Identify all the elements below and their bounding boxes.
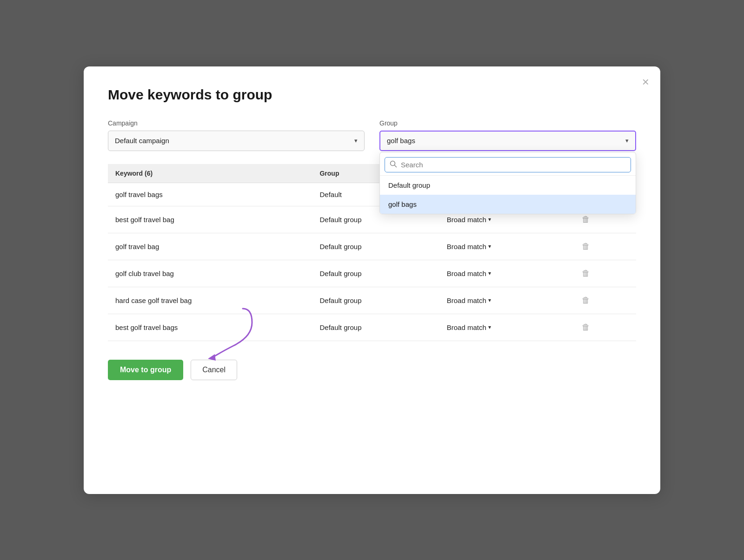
delete-button[interactable]: 🗑 [579, 214, 593, 225]
match-dropdown[interactable]: Broad match ▾ [447, 243, 491, 250]
keyword-cell: hard case golf travel bag [108, 287, 312, 314]
delete-button[interactable]: 🗑 [579, 322, 593, 333]
table-row: best golf travel bagsDefault groupBroad … [108, 314, 636, 341]
match-dropdown[interactable]: Broad match ▾ [447, 270, 491, 277]
campaign-select[interactable]: Default campaign ▾ [108, 131, 365, 151]
group-field: Group golf bags ▾ [379, 119, 636, 151]
delete-button[interactable]: 🗑 [579, 241, 593, 252]
keyword-cell: golf club travel bag [108, 260, 312, 287]
match-dropdown[interactable]: Broad match ▾ [447, 296, 491, 304]
cancel-button[interactable]: Cancel [191, 360, 237, 380]
match-chevron-icon: ▾ [488, 270, 491, 277]
col-keyword: Keyword (6) [108, 164, 312, 183]
dropdown-search-wrap [380, 152, 636, 176]
campaign-chevron-icon: ▾ [354, 137, 358, 144]
group-select[interactable]: golf bags ▾ [379, 131, 636, 151]
match-chevron-icon: ▾ [488, 243, 491, 250]
group-value: golf bags [387, 137, 415, 145]
keyword-cell: golf travel bags [108, 183, 312, 206]
table-row: hard case golf travel bagDefault groupBr… [108, 287, 636, 314]
delete-button[interactable]: 🗑 [579, 268, 593, 279]
delete-button[interactable]: 🗑 [579, 295, 593, 306]
dropdown-option-golf-bags[interactable]: golf bags [380, 195, 636, 214]
close-button[interactable]: × [642, 76, 649, 88]
campaign-field: Campaign Default campaign ▾ [108, 119, 365, 151]
match-type-cell: Broad match ▾ [439, 260, 571, 287]
match-chevron-icon: ▾ [488, 324, 491, 330]
modal-footer: Move to group Cancel [108, 360, 636, 380]
svg-line-1 [395, 165, 397, 167]
match-type-cell: Broad match ▾ [439, 287, 571, 314]
campaign-label: Campaign [108, 119, 365, 127]
search-icon [390, 160, 397, 169]
group-cell: Default group [312, 314, 439, 341]
match-chevron-icon: ▾ [488, 216, 491, 223]
table-row: golf travel bagDefault groupBroad match … [108, 233, 636, 260]
match-type-cell: Broad match ▾ [439, 314, 571, 341]
group-chevron-icon: ▾ [625, 137, 629, 144]
group-dropdown: Default group golf bags [379, 152, 636, 214]
delete-cell: 🗑 [571, 233, 636, 260]
dropdown-option-default[interactable]: Default group [380, 176, 636, 195]
group-label: Group [379, 119, 636, 127]
modal-dialog: × Move keywords to group Campaign Defaul… [84, 66, 660, 494]
modal-title: Move keywords to group [108, 87, 636, 103]
match-dropdown[interactable]: Broad match ▾ [447, 216, 491, 224]
move-to-group-button[interactable]: Move to group [108, 360, 183, 380]
table-row: golf club travel bagDefault groupBroad m… [108, 260, 636, 287]
delete-cell: 🗑 [571, 260, 636, 287]
dropdown-search-box [385, 157, 631, 172]
keyword-cell: best golf travel bag [108, 206, 312, 233]
campaign-value: Default campaign [115, 137, 169, 145]
match-type-cell: Broad match ▾ [439, 233, 571, 260]
delete-cell: 🗑 [571, 314, 636, 341]
group-cell: Default group [312, 287, 439, 314]
group-cell: Default group [312, 260, 439, 287]
keyword-cell: golf travel bag [108, 233, 312, 260]
modal-overlay: × Move keywords to group Campaign Defaul… [0, 0, 744, 560]
match-chevron-icon: ▾ [488, 297, 491, 303]
search-input[interactable] [401, 161, 626, 169]
group-cell: Default group [312, 233, 439, 260]
match-dropdown[interactable]: Broad match ▾ [447, 323, 491, 331]
fields-row: Campaign Default campaign ▾ Group golf b… [108, 119, 636, 151]
keyword-cell: best golf travel bags [108, 314, 312, 341]
delete-cell: 🗑 [571, 287, 636, 314]
